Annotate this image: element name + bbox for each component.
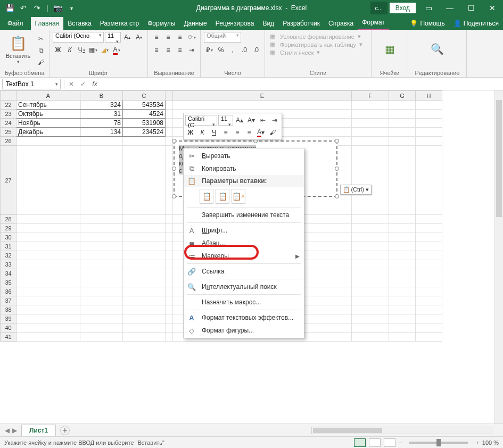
col-header-d[interactable] bbox=[166, 91, 173, 101]
paste-button[interactable]: 📋 Вставить ▾ bbox=[3, 32, 33, 67]
save-icon[interactable]: 💾 bbox=[3, 2, 16, 14]
paste-merge-icon[interactable]: 📋 bbox=[216, 189, 229, 204]
hscroll-thumb[interactable] bbox=[313, 428, 382, 433]
new-sheet-button[interactable]: + bbox=[60, 426, 70, 435]
mini-align-left-icon[interactable]: ≡ bbox=[220, 127, 231, 138]
col-header-b[interactable]: B bbox=[80, 91, 123, 101]
resize-handle[interactable] bbox=[172, 139, 176, 143]
conditional-formatting-button[interactable]: ▦Условное форматирование ▾ bbox=[268, 33, 361, 40]
ctx-assign-macro[interactable]: Назначить макрос... bbox=[184, 296, 304, 309]
row-header[interactable]: 31 bbox=[1, 242, 17, 251]
view-normal-icon[interactable] bbox=[354, 438, 366, 447]
row-header[interactable]: 26 bbox=[1, 137, 17, 146]
cell[interactable]: 543534 bbox=[123, 101, 166, 110]
mini-font-size-select[interactable]: 11 bbox=[218, 115, 233, 126]
minimize-button[interactable]: — bbox=[439, 0, 460, 16]
align-bottom-icon[interactable]: ≡ bbox=[175, 32, 185, 43]
row-header[interactable]: 23 bbox=[1, 110, 17, 119]
resize-handle[interactable] bbox=[335, 139, 339, 143]
paste-text-only-icon[interactable]: 📋A bbox=[232, 189, 245, 204]
col-header-e[interactable]: E bbox=[173, 91, 352, 101]
row-header[interactable]: 41 bbox=[1, 333, 17, 342]
mini-format-painter-icon[interactable]: 🖌 bbox=[267, 127, 278, 138]
row-header[interactable]: 37 bbox=[1, 296, 17, 305]
view-page-layout-icon[interactable] bbox=[369, 438, 381, 447]
view-page-break-icon[interactable] bbox=[384, 438, 395, 447]
mini-align-right-icon[interactable]: ≡ bbox=[244, 127, 254, 138]
ribbon-display-options-icon[interactable]: ▭ bbox=[418, 0, 439, 16]
tab-view[interactable]: Вид bbox=[258, 17, 278, 30]
zoom-in-icon[interactable]: + bbox=[475, 439, 479, 446]
tab-home[interactable]: Главная bbox=[31, 17, 64, 30]
resize-handle[interactable] bbox=[335, 167, 339, 171]
mini-font-name-select[interactable]: Calibri (С bbox=[185, 115, 217, 126]
redo-icon[interactable]: ↷ bbox=[31, 2, 44, 14]
ctx-smart-lookup[interactable]: 🔍Интеллектуальный поиск bbox=[184, 280, 304, 293]
tab-formulas[interactable]: Формулы bbox=[143, 17, 179, 30]
insert-function-icon[interactable]: fx bbox=[89, 80, 101, 88]
table-row[interactable]: 22Сентябрь324543534 bbox=[1, 101, 442, 110]
cancel-formula-icon[interactable]: ✕ bbox=[65, 80, 77, 88]
ctx-copy[interactable]: ⧉Копировать bbox=[184, 162, 304, 175]
col-header-c[interactable]: C bbox=[123, 91, 166, 101]
mini-increase-indent-icon[interactable]: ⇥ bbox=[269, 115, 280, 126]
zoom-level[interactable]: 100 % bbox=[482, 439, 499, 446]
zoom-slider[interactable] bbox=[409, 442, 468, 444]
row-header[interactable]: 30 bbox=[1, 233, 17, 242]
cell[interactable]: 531908 bbox=[123, 119, 166, 128]
tab-help[interactable]: Справка bbox=[324, 17, 358, 30]
resize-handle[interactable] bbox=[172, 167, 176, 171]
row-header[interactable]: 39 bbox=[1, 314, 17, 323]
tab-review[interactable]: Рецензирова bbox=[211, 17, 259, 30]
cell[interactable]: 31 bbox=[80, 110, 123, 119]
align-top-icon[interactable]: ≡ bbox=[151, 32, 162, 43]
enter-formula-icon[interactable]: ✓ bbox=[77, 80, 89, 88]
row-header[interactable]: 35 bbox=[1, 278, 17, 287]
sheet-nav[interactable]: ◀▶ bbox=[0, 427, 21, 434]
underline-button[interactable]: Ч bbox=[76, 45, 87, 55]
italic-button[interactable]: К bbox=[64, 45, 75, 55]
cell[interactable]: 78 bbox=[80, 119, 123, 128]
zoom-out-icon[interactable]: − bbox=[399, 439, 402, 446]
ctx-link[interactable]: 🔗Ссылка bbox=[184, 265, 304, 278]
qat-more-icon[interactable]: ▾ bbox=[65, 2, 78, 14]
fill-color-button[interactable]: ◢ bbox=[100, 45, 110, 55]
cell[interactable]: Декабрь bbox=[17, 128, 80, 137]
mini-underline-button[interactable]: Ч bbox=[209, 127, 219, 138]
align-center-icon[interactable]: ≡ bbox=[163, 45, 174, 55]
zoom-thumb[interactable] bbox=[436, 439, 441, 446]
row-header[interactable]: 29 bbox=[1, 224, 17, 233]
align-right-icon[interactable]: ≡ bbox=[175, 45, 185, 55]
number-format-select[interactable]: Общий bbox=[204, 32, 241, 43]
align-left-icon[interactable]: ≡ bbox=[151, 45, 162, 55]
share-button[interactable]: 👤Поделиться bbox=[449, 17, 503, 30]
cell[interactable]: 134 bbox=[80, 128, 123, 137]
tell-me-button[interactable]: 💡Помощь bbox=[406, 17, 449, 30]
tab-format[interactable]: Формат bbox=[358, 16, 389, 30]
name-box[interactable]: TextBox 1 bbox=[2, 79, 61, 89]
border-button[interactable]: ▦ bbox=[88, 45, 98, 55]
row-header[interactable]: 38 bbox=[1, 305, 17, 314]
ctx-text-effects[interactable]: AФормат текстовых эффектов... bbox=[184, 311, 304, 324]
mini-bold-button[interactable]: Ж bbox=[185, 127, 196, 138]
ctx-finish-text-edit[interactable]: Завершить изменение текста bbox=[184, 209, 304, 221]
tab-insert[interactable]: Вставка bbox=[63, 17, 96, 30]
tab-developer[interactable]: Разработчик bbox=[278, 17, 324, 30]
row-header[interactable]: 34 bbox=[1, 269, 17, 278]
vertical-scrollbar[interactable] bbox=[494, 90, 503, 424]
col-header-g[interactable]: G bbox=[389, 91, 416, 101]
maximize-button[interactable]: ☐ bbox=[460, 0, 482, 16]
login-button[interactable]: Вход bbox=[390, 3, 416, 13]
ctx-shape-format[interactable]: ◇Формат фигуры... bbox=[184, 324, 304, 337]
font-size-select[interactable]: 11 bbox=[105, 32, 121, 43]
bold-button[interactable]: Ж bbox=[53, 45, 63, 55]
accounting-format-icon[interactable]: ₽ bbox=[204, 45, 215, 55]
sheet-tab-1[interactable]: Лист1 bbox=[21, 425, 56, 436]
mini-font-color-icon[interactable]: A▾ bbox=[255, 127, 266, 138]
tab-page-layout[interactable]: Разметка стр bbox=[96, 17, 143, 30]
col-header-a[interactable]: A bbox=[17, 91, 80, 101]
cell[interactable]: Ноябрь bbox=[17, 119, 80, 128]
row-header[interactable]: 28 bbox=[1, 215, 17, 224]
cells-button[interactable]: ▦ bbox=[375, 32, 405, 67]
camera-icon[interactable]: 📷 bbox=[51, 2, 64, 14]
